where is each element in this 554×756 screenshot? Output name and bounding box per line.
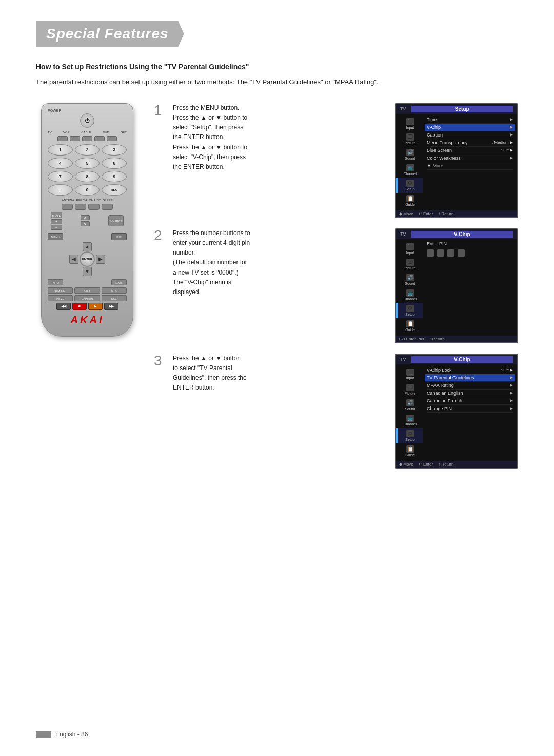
tv-parental-row-highlight: TV Parental Guidelines▶ bbox=[425, 374, 515, 382]
vol-up-button[interactable]: + bbox=[51, 219, 62, 224]
vchip-row-highlight: V-Chip▶ bbox=[425, 124, 515, 131]
info-button[interactable]: INFO bbox=[48, 279, 63, 285]
mts-button[interactable]: MTS bbox=[102, 287, 127, 294]
num-9-button[interactable]: 9 bbox=[102, 171, 127, 182]
step-1-content: Press the MENU button. Press the ▲ or ▼ … bbox=[173, 103, 387, 172]
source-buttons bbox=[48, 136, 127, 141]
sidebar-picture: 🖵 Picture bbox=[396, 131, 423, 147]
step-2-number: 2 bbox=[154, 228, 165, 243]
setup-icon: ⚙ bbox=[406, 180, 414, 187]
steps-area: 1 Press the MENU button. Press the ▲ or … bbox=[154, 103, 518, 469]
mute-button[interactable]: MUTE bbox=[51, 212, 62, 218]
sidebar-input-2: ⬛ Input bbox=[396, 241, 423, 257]
menu-transparency-row: Menu Transparency: Medium ▶ bbox=[427, 139, 513, 147]
antena-button[interactable] bbox=[62, 204, 73, 210]
caption-button[interactable]: CAPTION bbox=[74, 295, 100, 301]
still-button[interactable]: STILL bbox=[74, 287, 100, 294]
vchip2-sidebar: ⬛ Input 🖵 Picture 🔊 Sound bbox=[396, 364, 423, 461]
footer-page-number: English - 86 bbox=[55, 731, 88, 738]
num-5-button[interactable]: 5 bbox=[75, 158, 100, 169]
num-8-button[interactable]: 8 bbox=[75, 171, 100, 182]
sidebar-guide-2: 📋 Guide bbox=[396, 318, 423, 334]
more-row: ▼ More bbox=[427, 162, 513, 170]
intro-text: The parental restrictions can be set up … bbox=[36, 77, 457, 88]
dash-button[interactable]: – bbox=[48, 184, 73, 196]
ch-down-button[interactable]: ∨ bbox=[81, 221, 90, 226]
num-6-button[interactable]: 6 bbox=[102, 158, 127, 169]
pin-dot-4 bbox=[458, 249, 465, 257]
guide-icon: 📋 bbox=[406, 195, 414, 202]
dce-button[interactable]: DCE bbox=[102, 295, 127, 301]
vchip2-body: ⬛ Input 🖵 Picture 🔊 Sound bbox=[396, 364, 517, 461]
source-labels: TV VCR CABLE DVD SET bbox=[48, 131, 127, 134]
pin-dot-2 bbox=[437, 249, 444, 257]
exit-button[interactable]: EXIT bbox=[111, 279, 127, 285]
vcr-button[interactable] bbox=[70, 136, 80, 141]
dvd-button[interactable] bbox=[94, 136, 105, 141]
sidebar-channel-2: 📺 Channel bbox=[396, 287, 423, 303]
rew-button[interactable]: ◀◀ bbox=[56, 303, 71, 310]
sidebar-guide-3: 📋 Guide bbox=[396, 443, 423, 459]
time-row: Time▶ bbox=[427, 116, 513, 124]
dpad-bot-row: ▼ bbox=[72, 267, 102, 276]
canadian-english-row: Canadian English▶ bbox=[427, 390, 513, 397]
step-1-row: 1 Press the MENU button. Press the ▲ or … bbox=[154, 103, 518, 218]
cable-button[interactable] bbox=[82, 136, 92, 141]
num-1-button[interactable]: 1 bbox=[48, 144, 73, 156]
title-banner: Special Features bbox=[36, 21, 184, 47]
sidebar-sound-3: 🔊 Sound bbox=[396, 397, 423, 413]
vchip-pin-footer: 0-9 Enter PIN ↑ Return bbox=[396, 336, 517, 342]
sleep-button[interactable] bbox=[102, 204, 113, 210]
caption-row: Caption▶ bbox=[427, 131, 513, 139]
num-0-button[interactable]: 0 bbox=[75, 184, 100, 196]
enter-button[interactable]: ENTER bbox=[80, 251, 95, 267]
playback-buttons: ◀◀ ■ ▶ ▶▶ bbox=[48, 303, 127, 310]
source-button[interactable]: SOURCE bbox=[108, 215, 124, 226]
setup-sidebar: ⬛ Input 🖵 Picture 🔊 Sound bbox=[396, 114, 423, 210]
main-content: POWER ⏻ TV VCR CABLE DVD SET 1 bbox=[36, 103, 518, 469]
sidebar-guide: 📋 Guide bbox=[396, 193, 423, 208]
mute-vol: MUTE + – bbox=[51, 212, 62, 230]
favch-button[interactable] bbox=[75, 204, 86, 210]
sound-icon: 🔊 bbox=[406, 149, 414, 156]
set-button[interactable] bbox=[107, 136, 117, 141]
dpad-left-button[interactable]: ◀ bbox=[69, 255, 78, 264]
power-button[interactable]: ⏻ bbox=[80, 113, 94, 128]
psize-button[interactable]: P.SIZE bbox=[48, 295, 73, 301]
pip-button[interactable]: PIP bbox=[111, 233, 127, 240]
rec-button[interactable]: REC bbox=[102, 184, 127, 196]
input-icon: ⬛ bbox=[406, 118, 414, 125]
pin-entry-area: Enter PIN bbox=[423, 239, 517, 336]
enter-pin-label: Enter PIN bbox=[427, 241, 513, 246]
num-2-button[interactable]: 2 bbox=[75, 144, 100, 156]
num-3-button[interactable]: 3 bbox=[102, 144, 127, 156]
sidebar-sound: 🔊 Sound bbox=[396, 147, 423, 162]
sidebar-picture-2: 🖵 Picture bbox=[396, 257, 423, 272]
pmode-button[interactable]: P.MODE bbox=[48, 287, 73, 294]
nav-labels: ANTENA FAV.CH CH.LIST SLEEP bbox=[48, 199, 127, 202]
ch-up-button[interactable]: ∧ bbox=[81, 215, 90, 220]
vchip-pin-menu: TV V-Chip ⬛ Input 🖵 Picture bbox=[395, 228, 518, 343]
ff-button[interactable]: ▶▶ bbox=[104, 303, 118, 310]
num-4-button[interactable]: 4 bbox=[48, 158, 73, 169]
vchip2-header: TV V-Chip bbox=[396, 355, 517, 364]
dpad-right-button[interactable]: ▶ bbox=[96, 255, 105, 264]
chlist-button[interactable] bbox=[88, 204, 100, 210]
dpad-down-button[interactable]: ▼ bbox=[83, 267, 92, 276]
vol-down-button[interactable]: – bbox=[51, 225, 62, 230]
menu-button[interactable]: MENU bbox=[48, 233, 63, 240]
section-heading: How to Set up Restrictions Using the "TV… bbox=[36, 63, 518, 71]
setup-menu-footer: ◆ Move ↵ Enter ↑ Return bbox=[396, 210, 517, 217]
vol-control: + – bbox=[51, 219, 62, 230]
canadian-french-row: Canadian French▶ bbox=[427, 397, 513, 405]
num-7-button[interactable]: 7 bbox=[48, 171, 73, 182]
numpad: 1 2 3 4 5 6 7 8 9 – 0 REC bbox=[48, 144, 127, 196]
vchip-pin-header: TV V-Chip bbox=[396, 229, 517, 239]
tv-button[interactable] bbox=[57, 136, 68, 141]
color-weakness-row: Color Weakness▶ bbox=[427, 154, 513, 162]
stop-button[interactable]: ■ bbox=[72, 303, 87, 310]
playpause-button[interactable]: ▶ bbox=[88, 303, 103, 310]
sidebar-setup-2: ⚙ Setup bbox=[396, 303, 423, 318]
vol-ch-area: MUTE + – ∧ ∨ SOURCE bbox=[48, 212, 127, 230]
dpad-up-button[interactable]: ▲ bbox=[83, 242, 92, 251]
